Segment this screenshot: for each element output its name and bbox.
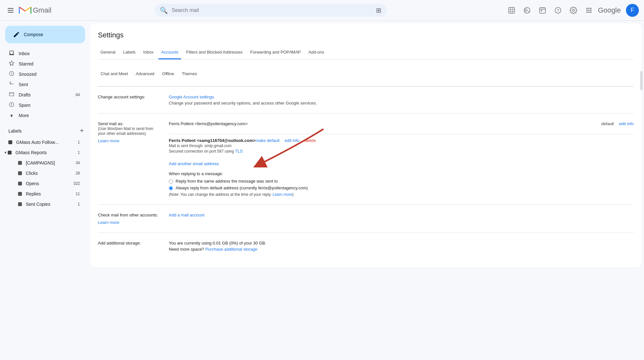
reply-radio-default[interactable] bbox=[169, 186, 173, 190]
google-account-settings-link[interactable]: Google Account settings bbox=[169, 95, 214, 99]
sidebar-inbox-label: Inbox bbox=[19, 51, 80, 56]
calendar-icon-button[interactable] bbox=[536, 4, 549, 17]
tab-inbox[interactable]: Inbox bbox=[141, 46, 156, 59]
label-item-replies[interactable]: Replies 11 bbox=[0, 189, 85, 199]
send-mail-as-label: Send mail as: (Use Wordzen Mail to send … bbox=[98, 121, 169, 197]
label-expand-icon: ▾ bbox=[5, 150, 6, 155]
scroll-thumb[interactable] bbox=[640, 71, 643, 90]
delete-link[interactable]: delete bbox=[304, 138, 316, 143]
tab-advanced[interactable]: Advanced bbox=[133, 67, 157, 81]
settings-icon-button[interactable] bbox=[567, 4, 580, 17]
sidebar-item-spam[interactable]: Spam bbox=[0, 100, 85, 110]
calendar-icon bbox=[539, 6, 546, 14]
sidebar-item-sent[interactable]: Sent bbox=[0, 79, 85, 90]
sidebar-item-drafts[interactable]: Drafts 64 bbox=[0, 90, 85, 100]
page-title: Settings bbox=[98, 31, 634, 39]
svg-rect-11 bbox=[541, 10, 542, 11]
svg-point-21 bbox=[588, 12, 590, 13]
labels-section-header: Labels + bbox=[0, 121, 90, 137]
make-default-link[interactable]: make default bbox=[255, 138, 279, 143]
email-meta1: Mail is sent through: smtp.gmail.com bbox=[169, 144, 255, 148]
label-name: Opens bbox=[26, 181, 73, 186]
tab-chat[interactable]: Chat and Meet bbox=[98, 67, 130, 81]
label-item-gmass-auto[interactable]: GMass Auto Follow... 1 bbox=[0, 137, 85, 147]
label-color-dot bbox=[8, 151, 12, 155]
reply-option-same-address: Reply from the same address the message … bbox=[169, 179, 634, 184]
apps-icon bbox=[585, 6, 593, 14]
edit-info-link-primary[interactable]: edit info bbox=[619, 121, 634, 126]
label-item-opens[interactable]: Opens 322 bbox=[0, 178, 85, 189]
label-color-dot bbox=[18, 161, 22, 165]
header: Gmail 🔍 ⊞ ? Google F bbox=[0, 0, 644, 21]
compose-button[interactable]: Compose bbox=[5, 26, 85, 43]
scrollbar[interactable] bbox=[639, 65, 644, 270]
search-bar: 🔍 ⊞ bbox=[155, 4, 387, 17]
search-input[interactable] bbox=[172, 7, 372, 13]
tab-forwarding[interactable]: Forwarding and POP/IMAP bbox=[248, 46, 303, 59]
label-name: GMass Reports bbox=[15, 150, 78, 155]
svg-point-18 bbox=[588, 10, 590, 11]
add-mail-account-link[interactable]: Add a mail account bbox=[169, 213, 205, 217]
menu-button[interactable] bbox=[5, 4, 16, 16]
reply-label-default: Always reply from default address (curre… bbox=[176, 185, 308, 190]
reply-label-same: Reply from the same address the message … bbox=[176, 179, 278, 184]
label-item-sent-copies[interactable]: Sent Copies 1 bbox=[0, 199, 85, 209]
email-info-secondary: Ferris Pollent <samg116704@outlook.com> … bbox=[169, 138, 255, 154]
gear-icon bbox=[570, 6, 577, 14]
purchase-storage-link[interactable]: Purchase additional storage bbox=[205, 247, 257, 252]
svg-point-17 bbox=[586, 10, 588, 11]
tab-general[interactable]: General bbox=[98, 46, 118, 59]
tls-link[interactable]: TLS bbox=[235, 149, 243, 154]
label-item-campaigns[interactable]: [CAMPAIGNS] 34 bbox=[0, 158, 85, 168]
tab-filters[interactable]: Filters and Blocked Addresses bbox=[184, 46, 245, 59]
check-mail-learn-more[interactable]: Learn more bbox=[98, 220, 161, 225]
starred-icon bbox=[8, 60, 15, 67]
label-count: 11 bbox=[76, 192, 80, 196]
meet-icon-button[interactable] bbox=[521, 4, 533, 17]
add-label-button[interactable]: + bbox=[79, 126, 85, 136]
compose-label: Compose bbox=[24, 32, 43, 37]
storage-label: Add additional storage: bbox=[98, 241, 169, 252]
sidebar-item-starred[interactable]: Starred bbox=[0, 59, 85, 69]
label-item-gmass-reports[interactable]: ▾ GMass Reports 1 bbox=[0, 147, 85, 158]
edit-info-link-secondary[interactable]: edit info bbox=[285, 138, 300, 143]
tab-offline[interactable]: Offline bbox=[159, 67, 177, 81]
tab-labels[interactable]: Labels bbox=[120, 46, 138, 59]
tab-themes[interactable]: Themes bbox=[179, 67, 199, 81]
sidebar-drafts-label: Drafts bbox=[19, 92, 76, 97]
tab-accounts[interactable]: Accounts bbox=[159, 46, 181, 59]
add-email-address-link[interactable]: Add another email address bbox=[169, 161, 634, 166]
label-name: Replies bbox=[26, 191, 76, 196]
reply-learn-more-link[interactable]: Learn more bbox=[273, 192, 292, 197]
svg-point-19 bbox=[590, 10, 591, 11]
sidebar-item-snoozed[interactable]: Snoozed bbox=[0, 69, 85, 79]
inbox-icon bbox=[8, 50, 15, 57]
svg-point-20 bbox=[586, 12, 588, 13]
label-item-clicks[interactable]: Clicks 28 bbox=[0, 168, 85, 178]
reply-section: When replying to a message: Reply from t… bbox=[169, 171, 634, 197]
tab-addons[interactable]: Add-ons bbox=[306, 46, 327, 59]
storage-subtext: Need more space? Purchase additional sto… bbox=[169, 247, 634, 252]
reply-radio-same[interactable] bbox=[169, 179, 173, 184]
check-mail-label: Check mail from other accounts: Learn mo… bbox=[98, 213, 169, 225]
spam-icon bbox=[8, 102, 15, 109]
send-mail-learn-more[interactable]: Learn more bbox=[98, 138, 161, 143]
svg-rect-0 bbox=[509, 7, 514, 13]
sidebar-item-more[interactable]: ▾ More bbox=[0, 110, 85, 121]
drafts-icon bbox=[8, 91, 15, 98]
change-account-value: Google Account settings Change your pass… bbox=[169, 95, 634, 105]
sidebar-item-inbox[interactable]: Inbox bbox=[0, 48, 85, 59]
label-color-dot bbox=[18, 202, 22, 206]
storage-section: Add additional storage: You are currentl… bbox=[98, 233, 634, 259]
help-question-button[interactable]: ? bbox=[552, 4, 564, 17]
user-avatar[interactable]: F bbox=[626, 4, 639, 17]
label-count: 1 bbox=[78, 140, 80, 145]
help-icon-button[interactable] bbox=[505, 4, 518, 17]
svg-rect-7 bbox=[540, 8, 545, 13]
label-color-dot bbox=[18, 192, 22, 196]
spreadsheet-icon bbox=[508, 6, 515, 14]
send-mail-as-section: Send mail as: (Use Wordzen Mail to send … bbox=[98, 113, 634, 205]
svg-rect-24 bbox=[9, 93, 14, 96]
apps-icon-button[interactable] bbox=[582, 4, 595, 17]
search-tune-icon[interactable]: ⊞ bbox=[376, 6, 381, 14]
